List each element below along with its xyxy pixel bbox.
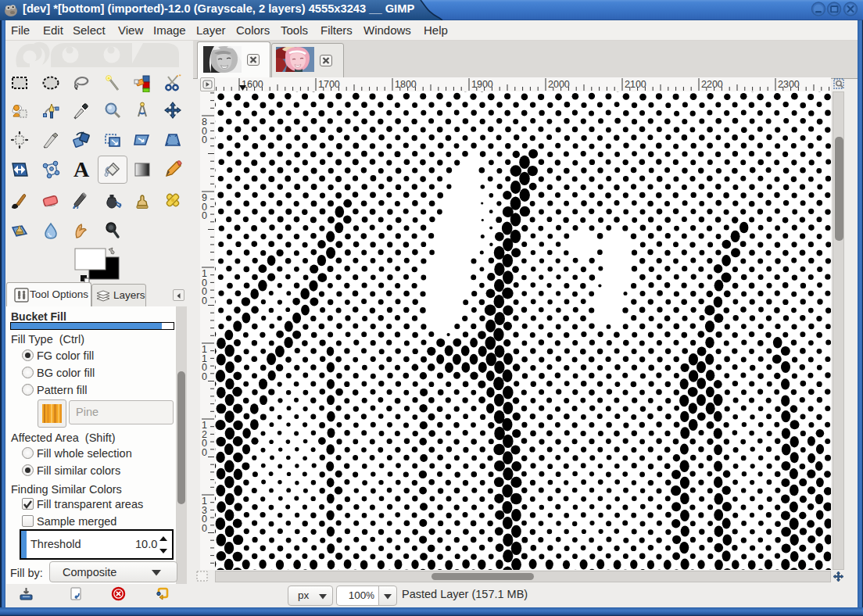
svg-text:2300: 2300 bbox=[778, 79, 800, 90]
svg-text:2000: 2000 bbox=[548, 79, 570, 90]
svg-text:1800: 1800 bbox=[395, 79, 417, 90]
svg-text:0: 0 bbox=[202, 523, 207, 534]
svg-text:0: 0 bbox=[202, 295, 207, 306]
svg-text:1700: 1700 bbox=[318, 79, 340, 90]
svg-text:1900: 1900 bbox=[471, 79, 493, 90]
svg-text:A: A bbox=[73, 160, 90, 179]
svg-text:2200: 2200 bbox=[701, 79, 723, 90]
svg-text:2100: 2100 bbox=[625, 79, 646, 90]
svg-text:1600: 1600 bbox=[242, 79, 263, 90]
svg-text:0: 0 bbox=[202, 447, 207, 458]
svg-text:0: 0 bbox=[202, 371, 207, 382]
svg-text:0: 0 bbox=[202, 210, 207, 221]
svg-text:0: 0 bbox=[202, 134, 207, 145]
